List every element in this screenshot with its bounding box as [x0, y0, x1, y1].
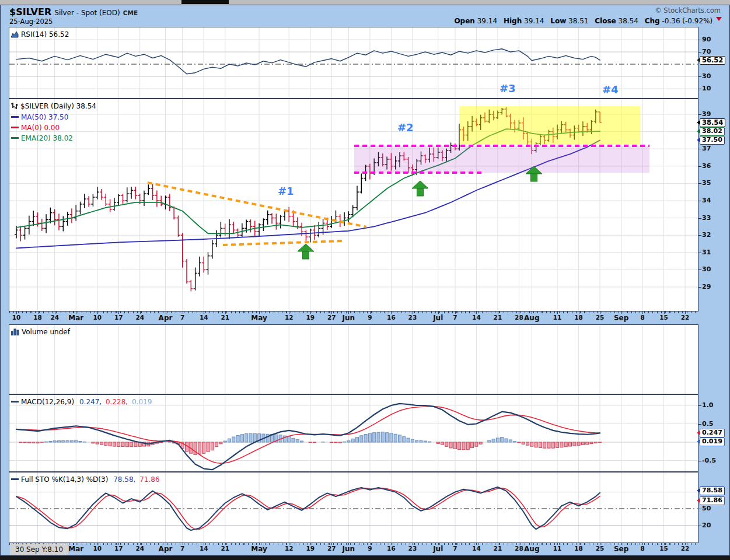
axis-value-bubble: 38.02 [700, 127, 725, 136]
x-axis-tick [532, 312, 532, 314]
x-axis-tick [519, 542, 519, 545]
x-axis-day-label: 16 [387, 545, 396, 552]
chart-date: 25-Aug-2025 [9, 18, 53, 26]
axis-value-bubble: 0.019 [700, 438, 725, 446]
x-axis-tick [38, 312, 39, 314]
quote-line: Open 39.14 High 39.14 Low 38.51 Close 38… [454, 17, 722, 25]
y-axis-tick [698, 89, 701, 89]
x-axis-day-label: 17 [114, 545, 123, 552]
x-axis-tick [642, 312, 643, 314]
green-up-arrow [298, 244, 314, 259]
x-axis-day-label: 18 [33, 314, 42, 321]
x-axis-tick [391, 542, 392, 545]
x-axis-day-label: 22 [681, 545, 690, 552]
x-axis-tick [204, 542, 204, 545]
crosshair-readout-tooltip: 30 Sep Y:8.10 [10, 544, 68, 555]
x-axis-day-label: 25 [596, 545, 605, 552]
x-axis-tick [204, 312, 204, 314]
x-axis-tick [259, 312, 260, 314]
x-axis-month-label: Apr [159, 545, 173, 553]
rsi-label: RSI(14) 56.52 [21, 30, 69, 38]
x-axis-tick [259, 542, 260, 545]
chg-label: Chg [645, 17, 660, 25]
x-axis-month-label: Mar [68, 545, 83, 553]
x-axis-tick [685, 312, 686, 314]
ma0-line-icon [11, 127, 19, 128]
x-axis-day-label: 7 [180, 314, 184, 321]
x-axis-tick [438, 542, 439, 545]
volume-label: Volume undef [22, 328, 70, 336]
x-axis-tick [166, 312, 166, 314]
exchange: CME [123, 9, 138, 16]
chart-annotation-number: #3 [500, 82, 516, 94]
axis-value-bubble: 38.54 [700, 118, 725, 127]
macd-label: MACD(12,26,9) [21, 398, 74, 406]
rsi-panel [9, 27, 698, 99]
x-axis-tick [600, 312, 600, 314]
price-legend-main: $SILVER (Daily) 38.54 [11, 102, 96, 110]
x-axis-day-label: 11 [553, 314, 562, 321]
x-axis-tick [140, 312, 141, 314]
x-axis-month-label: Aug [524, 314, 539, 322]
y-axis-label: 90 [702, 36, 711, 43]
symbol: $SILVER [9, 6, 51, 18]
x-axis-day-label: 22 [681, 314, 690, 321]
x-axis-day-label: 27 [327, 314, 336, 321]
x-axis-tick [642, 542, 643, 545]
x-axis-tick [310, 542, 311, 545]
x-axis-tick [225, 542, 226, 545]
macd-value-2: 0.228, [106, 398, 128, 406]
y-axis-label: 20 [702, 522, 711, 529]
x-axis-tick [438, 312, 439, 314]
sto-legend: Full STO %K(14,3) %D(3) 78.58, 71.86 [11, 475, 160, 484]
x-axis-tick [532, 542, 532, 545]
x-axis-day-label: 25 [596, 314, 605, 321]
x-axis-month-label: May [251, 314, 267, 322]
y-axis-label: 36 [702, 162, 711, 170]
x-axis-month-label: Sep [614, 545, 628, 553]
x-axis-day-label: 16 [387, 314, 396, 321]
y-axis-label: 10 [702, 85, 711, 92]
y-axis-label: -0.5 [702, 457, 716, 464]
y-axis-tick [698, 526, 701, 526]
ma50-legend: MA(50) 37.50 [11, 113, 68, 121]
open-label: Open [454, 17, 474, 25]
y-axis-label: 39 [702, 110, 711, 118]
x-axis-month-label: Jul [433, 545, 443, 553]
copyright: © StockCharts.com [655, 6, 721, 15]
y-axis-label: 32 [702, 231, 711, 239]
stockcharts-page: $SILVER Silver - Spot (EOD) CME 25-Aug-2… [0, 0, 730, 560]
bottom-bar [0, 555, 730, 560]
ema20-line-icon [11, 137, 19, 139]
y-axis-label: 33 [702, 214, 711, 222]
y-axis-label: 31 [702, 249, 711, 256]
low-value: 38.51 [568, 17, 588, 25]
chg-down-triangle-icon[interactable] [716, 17, 722, 24]
chg-value: -0.36 (-0.92%) [662, 17, 712, 25]
sto-value-1: 78.58, [113, 475, 135, 484]
x-axis-tick [621, 312, 622, 314]
ohlc-style-icon [11, 102, 18, 110]
y-axis-label: 29 [702, 283, 711, 290]
x-axis-tick [455, 312, 456, 314]
rsi-indicator-icon [11, 31, 19, 38]
ema20-label: EMA(20) 38.02 [21, 134, 73, 142]
price-panel [9, 99, 698, 312]
x-axis-day-label: 12 [285, 545, 294, 552]
x-axis-day-label: 7 [180, 545, 184, 552]
macd-legend: MACD(12,26,9) 0.247, 0.228, 0.019 [11, 398, 152, 406]
x-axis-day-label: 18 [574, 314, 583, 321]
y-axis-tick [698, 76, 701, 77]
x-axis-tick [183, 312, 183, 314]
x-axis-day-label: 24 [135, 314, 144, 321]
x-axis-tick [76, 542, 76, 545]
x-axis-tick [455, 542, 456, 545]
y-axis-tick [698, 235, 701, 236]
x-axis-month-label: Sep [614, 314, 628, 322]
x-axis-tick [664, 312, 665, 314]
y-axis-tick [698, 461, 701, 461]
x-axis-month-label: Jul [433, 314, 443, 322]
x-axis-day-label: 27 [327, 545, 336, 552]
y-axis-tick [698, 509, 701, 509]
sto-label: Full STO %K(14,3) %D(3) [21, 475, 108, 484]
